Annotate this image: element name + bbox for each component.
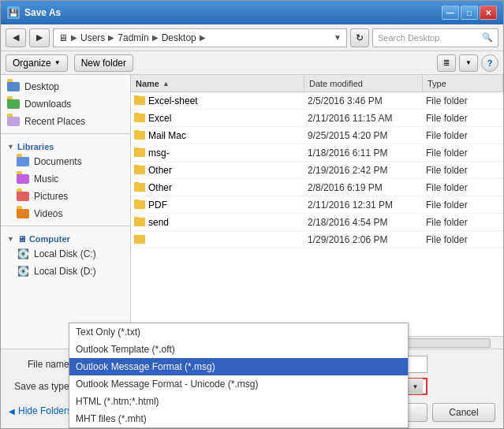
file-name-cell: Other xyxy=(131,165,304,176)
breadcrumb-dropdown-arrow[interactable]: ▼ xyxy=(334,33,342,42)
new-folder-button[interactable]: New folder xyxy=(74,54,133,72)
file-type-cell: File folder xyxy=(423,165,503,176)
filetype-dropdown-arrow[interactable]: ▼ xyxy=(407,379,423,394)
table-row[interactable]: Excel 2/11/2016 11:15 AM File folder xyxy=(131,110,503,127)
hide-folders-button[interactable]: ◀ Hide Folders xyxy=(9,405,72,416)
pictures-icon xyxy=(17,190,29,203)
col-date-header[interactable]: Date modified xyxy=(304,75,423,91)
sidebar-label-pictures: Pictures xyxy=(34,191,68,202)
save-as-window: 💾 Save As — □ ✕ ◀ ▶ 🖥 ▶ Users ▶ 7admin ▶… xyxy=(0,0,504,429)
sidebar-item-recent[interactable]: Recent Places xyxy=(1,113,130,130)
sidebar-label-locald: Local Disk (D:) xyxy=(34,266,96,277)
sidebar-label-localc: Local Disk (C:) xyxy=(34,248,96,259)
file-name-cell: send xyxy=(131,217,304,228)
col-type-header[interactable]: Type xyxy=(423,75,503,91)
dropdown-item[interactable]: MHT files (*.mht) xyxy=(69,410,408,427)
file-date-cell: 2/8/2016 6:19 PM xyxy=(304,182,423,193)
cancel-button[interactable]: Cancel xyxy=(432,403,495,422)
organize-toolbar: Organize ▼ New folder ≣ ▼ ? xyxy=(1,51,503,75)
view-dropdown-button[interactable]: ▼ xyxy=(459,54,478,72)
search-icon: 🔍 xyxy=(482,32,493,43)
help-button[interactable]: ? xyxy=(481,54,498,72)
file-name: Excel-sheet xyxy=(148,95,198,106)
col-name-header[interactable]: Name ▲ xyxy=(131,75,304,91)
file-type-cell: File folder xyxy=(423,234,503,245)
maximize-button[interactable]: □ xyxy=(461,6,478,20)
file-date-cell: 2/11/2016 11:15 AM xyxy=(304,113,423,124)
refresh-button[interactable]: ↻ xyxy=(350,28,369,47)
table-row[interactable]: Other 2/19/2016 2:42 PM File folder xyxy=(131,162,503,179)
sidebar-divider1 xyxy=(1,133,130,134)
search-box[interactable]: Search Desktop 🔍 xyxy=(372,28,498,47)
close-button[interactable]: ✕ xyxy=(480,6,497,20)
desktop-icon xyxy=(7,80,20,93)
nav-toolbar: ◀ ▶ 🖥 ▶ Users ▶ 7admin ▶ Desktop ▶ ▼ ↻ S… xyxy=(1,24,503,51)
file-list[interactable]: Excel-sheet 2/5/2016 3:46 PM File folder… xyxy=(131,92,503,336)
file-name: send xyxy=(148,217,169,228)
table-row[interactable]: PDF 2/11/2016 12:31 PM File folder xyxy=(131,196,503,214)
sidebar-label-downloads: Downloads xyxy=(24,99,71,110)
organize-dropdown-icon: ▼ xyxy=(54,59,61,66)
file-name: Other xyxy=(148,182,172,193)
sidebar-item-music[interactable]: Music xyxy=(1,170,130,188)
sidebar-item-downloads[interactable]: Downloads xyxy=(1,95,130,113)
table-row[interactable]: send 2/18/2016 4:54 PM File folder xyxy=(131,214,503,231)
toolbar-right: ≣ ▼ ? xyxy=(437,54,498,72)
view-button[interactable]: ≣ xyxy=(437,54,456,72)
dropdown-item[interactable]: HTML (*.htm;*.html) xyxy=(69,393,408,410)
filetype-label: Save as type: xyxy=(9,381,72,392)
organize-label: Organize xyxy=(13,58,51,69)
sidebar-label-recent: Recent Places xyxy=(24,116,85,127)
table-row[interactable]: Mail Mac 9/25/2015 4:20 PM File folder xyxy=(131,127,503,144)
breadcrumb-separator2: ▶ xyxy=(108,33,114,42)
file-name: PDF xyxy=(148,200,167,211)
file-name: Mail Mac xyxy=(148,130,186,141)
file-type-cell: File folder xyxy=(423,95,503,106)
sidebar-item-pictures[interactable]: Pictures xyxy=(1,188,130,205)
file-name-cell: Other xyxy=(131,182,304,193)
minimize-button[interactable]: — xyxy=(442,6,459,20)
file-type-cell: File folder xyxy=(423,182,503,193)
window-title: Save As xyxy=(24,7,442,18)
bottom-form: File name: Save as type: HTML (*.htm;*.h… xyxy=(1,349,503,428)
sidebar-item-localc[interactable]: 💽 Local Disk (C:) xyxy=(1,245,130,263)
organize-button[interactable]: Organize ▼ xyxy=(6,54,68,72)
breadcrumb-icon: 🖥 xyxy=(58,32,68,43)
file-name-cell: msg- xyxy=(131,147,304,159)
sidebar-item-desktop[interactable]: Desktop xyxy=(1,78,130,95)
sidebar-item-documents[interactable]: Documents xyxy=(1,153,130,170)
table-row[interactable]: 1/29/2016 2:06 PM File folder xyxy=(131,231,503,248)
computer-section[interactable]: ▼ 🖥 Computer xyxy=(1,229,130,245)
dropdown-item[interactable]: Outlook Message Format (*.msg) xyxy=(69,358,408,375)
libraries-section[interactable]: ▼ Libraries xyxy=(1,137,130,153)
folder-icon xyxy=(134,235,145,244)
back-button[interactable]: ◀ xyxy=(6,28,26,47)
forward-button[interactable]: ▶ xyxy=(29,28,50,47)
table-row[interactable]: Other 2/8/2016 6:19 PM File folder xyxy=(131,179,503,196)
file-type-cell: File folder xyxy=(423,113,503,124)
file-date-cell: 2/5/2016 3:46 PM xyxy=(304,95,423,106)
breadcrumb-part-desktop[interactable]: Desktop xyxy=(162,32,196,43)
breadcrumb-part-users[interactable]: Users xyxy=(80,32,105,43)
file-date-cell: 2/11/2016 12:31 PM xyxy=(304,200,423,211)
folder-icon xyxy=(134,148,145,157)
file-name-cell: Mail Mac xyxy=(131,130,304,141)
breadcrumb[interactable]: 🖥 ▶ Users ▶ 7admin ▶ Desktop ▶ ▼ xyxy=(53,28,347,47)
music-icon xyxy=(17,173,29,185)
dropdown-item[interactable]: Text Only (*.txt) xyxy=(69,323,408,341)
dropdown-item[interactable]: Outlook Template (*.oft) xyxy=(69,341,408,358)
sidebar-item-videos[interactable]: Videos xyxy=(1,205,130,222)
file-type-cell: File folder xyxy=(423,217,503,228)
computer-icon: 🖥 xyxy=(17,234,26,244)
breadcrumb-part-admin[interactable]: 7admin xyxy=(118,32,148,43)
localc-icon: 💽 xyxy=(17,248,29,260)
file-list-container: Name ▲ Date modified Type Excel-sheet 2/… xyxy=(131,75,503,349)
table-row[interactable]: msg- 1/18/2016 6:11 PM File folder xyxy=(131,144,503,162)
hide-folders-arrow: ◀ xyxy=(9,407,15,416)
file-type-cell: File folder xyxy=(423,200,503,211)
dropdown-item[interactable]: Outlook Message Format - Unicode (*.msg) xyxy=(69,375,408,393)
hide-folders-label: Hide Folders xyxy=(18,405,72,416)
file-type-cell: File folder xyxy=(423,130,503,141)
table-row[interactable]: Excel-sheet 2/5/2016 3:46 PM File folder xyxy=(131,92,503,110)
sidebar-item-locald[interactable]: 💽 Local Disk (D:) xyxy=(1,263,130,280)
